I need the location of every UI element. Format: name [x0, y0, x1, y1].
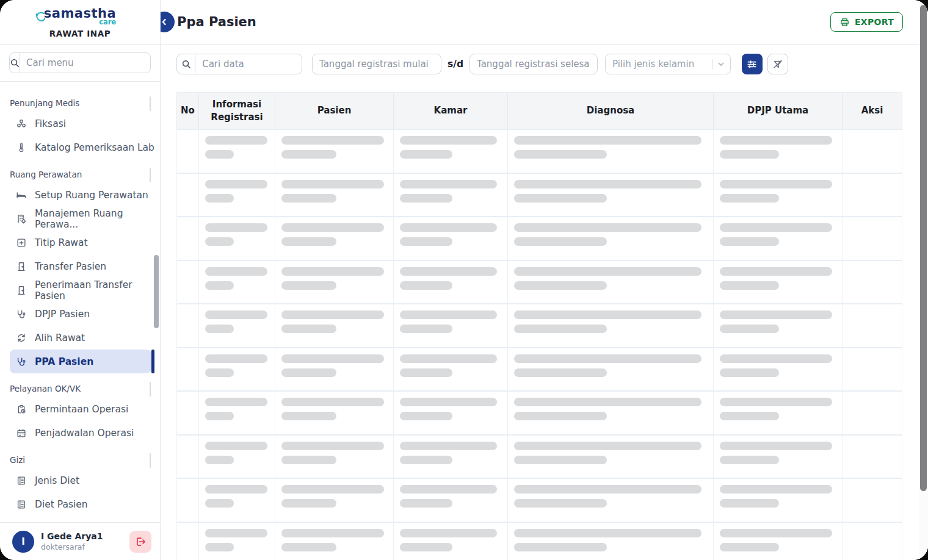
sliders-icon	[746, 59, 758, 70]
date-range-separator: s/d	[448, 59, 463, 70]
skeleton-bar	[514, 354, 701, 363]
page-scrollbar-thumb[interactable]	[920, 5, 927, 491]
skeleton-bar	[281, 529, 384, 537]
skeleton-cell-pasien	[275, 347, 394, 391]
skeleton-cell-pasien	[275, 216, 394, 260]
skeleton-bar	[720, 529, 832, 537]
main-content: Ppa Pasien EXPORT s/d	[161, 0, 928, 560]
export-button[interactable]: EXPORT	[830, 12, 903, 32]
page-header: Ppa Pasien EXPORT	[161, 0, 928, 45]
skeleton-bar	[720, 485, 832, 494]
column-header-informasi-registrasi: Informasi Registrasi	[199, 92, 275, 129]
skeleton-bar	[720, 223, 832, 232]
sidebar-section-pelayanan-ok-vk: Pelayanan OK/VK Permintaan OperasiPenjad…	[0, 381, 160, 445]
bed-icon	[16, 190, 27, 201]
sidebar-item-manajemen-ruang-perawa[interactable]: Manajemen Ruang Perawa...	[0, 207, 160, 231]
sidebar-item-alih-rawat[interactable]: Alih Rawat	[0, 326, 160, 350]
calendar-icon	[16, 428, 27, 439]
skeleton-cell-informasi-registrasi	[199, 390, 275, 434]
skeleton-bar	[281, 499, 336, 508]
empty-cell-aksi	[843, 522, 902, 560]
sidebar-item-dpjp-pasien[interactable]: DPJP Pasien	[0, 302, 160, 326]
column-header-no: No	[176, 92, 199, 129]
skeleton-bar	[205, 485, 267, 494]
list-icon	[16, 499, 27, 510]
skeleton-bar	[400, 281, 452, 290]
skeleton-bar	[720, 412, 779, 420]
skeleton-bar	[281, 194, 336, 203]
apply-filter-button[interactable]	[742, 54, 763, 74]
empty-cell-no	[176, 522, 199, 560]
sidebar-item-label: Titip Rawat	[35, 237, 88, 248]
skeleton-bar	[720, 281, 779, 290]
skeleton-cell-informasi-registrasi	[199, 347, 275, 391]
sidebar-item-diet-pasien[interactable]: Diet Pasien	[0, 492, 160, 516]
sidebar-item-fiksasi[interactable]: Fiksasi	[0, 112, 160, 135]
skeleton-cell-diagnosa	[508, 478, 714, 522]
sidebar-item-jenis-diet[interactable]: Jenis Diet	[0, 468, 160, 492]
skeleton-cell-pasien	[275, 478, 394, 522]
menu-search-input[interactable]	[20, 57, 151, 68]
skeleton-bar	[281, 398, 384, 406]
skeleton-bar	[205, 281, 234, 290]
skeleton-bar	[205, 543, 234, 551]
sidebar-item-transfer-pasien[interactable]: Transfer Pasien	[0, 254, 160, 278]
sidebar-item-ppa-pasien[interactable]: PPA Pasien	[10, 350, 151, 373]
date-end-input[interactable]	[470, 59, 597, 70]
date-start-box[interactable]	[312, 54, 441, 74]
skeleton-bar	[720, 442, 832, 450]
data-search-box[interactable]	[176, 54, 302, 74]
skeleton-bar	[205, 325, 234, 333]
skeleton-bar	[205, 136, 267, 145]
module-name: RAWAT INAP	[0, 29, 160, 38]
list-icon	[16, 475, 27, 486]
sidebar-menu: Penunjang Medis FiksasiKatalog Pemeriksa…	[0, 82, 160, 522]
section-scroll-tick	[150, 453, 151, 468]
skeleton-bar	[514, 456, 607, 464]
logout-button[interactable]	[129, 531, 151, 553]
filter-bar: s/d Pilih jenis kelamin	[161, 45, 928, 74]
section-scroll-tick	[150, 382, 151, 397]
app-window: samastha care RAWAT INAP Penunjang Medis…	[0, 0, 928, 560]
chevron-left-icon	[161, 18, 169, 26]
filter-off-icon	[772, 59, 783, 70]
empty-cell-aksi	[843, 216, 902, 260]
menu-search-box[interactable]	[9, 52, 151, 73]
empty-cell-aksi	[843, 129, 902, 173]
page-scrollbar-track[interactable]	[919, 0, 928, 560]
empty-cell-aksi	[843, 390, 902, 434]
sidebar-item-titip-rawat[interactable]: Titip Rawat	[0, 231, 160, 254]
data-search-input[interactable]	[195, 59, 302, 70]
sidebar-item-katalog-pemeriksaan-lab[interactable]: Katalog Pemeriksaan Lab	[0, 135, 160, 159]
skeleton-bar	[400, 456, 452, 464]
skeleton-bar	[281, 354, 384, 363]
sidebar-item-label: Jenis Diet	[35, 475, 79, 486]
printer-icon	[839, 17, 850, 27]
skeleton-bar	[281, 223, 384, 232]
empty-cell-aksi	[843, 434, 902, 478]
sidebar-item-penjadwalan-operasi[interactable]: Penjadwalan Operasi	[0, 421, 160, 445]
door-icon	[16, 285, 27, 296]
skeleton-bar	[205, 311, 267, 319]
gender-select[interactable]: Pilih jenis kelamin	[605, 54, 731, 74]
sidebar-item-penerimaan-transfer-pasien[interactable]: Penerimaan Transfer Pasien	[0, 278, 160, 302]
sidebar-item-intervensi-monev-gizi[interactable]: Intervensi Monev Gizi	[0, 516, 160, 522]
sidebar-item-setup-ruang-perawatan[interactable]: Setup Ruang Perawatan	[0, 183, 160, 207]
empty-cell-no	[176, 173, 199, 217]
skeleton-cell-diagnosa	[508, 347, 714, 391]
empty-cell-aksi	[843, 478, 902, 522]
back-button[interactable]	[161, 12, 175, 32]
select-divider	[712, 59, 712, 70]
clear-filter-button[interactable]	[767, 54, 788, 74]
skeleton-cell-pasien	[275, 390, 394, 434]
date-end-box[interactable]	[469, 54, 598, 74]
column-header-kamar: Kamar	[394, 92, 508, 129]
skeleton-bar	[281, 136, 384, 145]
date-start-input[interactable]	[313, 59, 441, 70]
empty-cell-no	[176, 303, 199, 347]
empty-cell-no	[176, 216, 199, 260]
skeleton-cell-kamar	[394, 478, 508, 522]
skeleton-cell-kamar	[394, 260, 508, 304]
skeleton-bar	[514, 325, 607, 333]
sidebar-item-permintaan-operasi[interactable]: Permintaan Operasi	[0, 397, 160, 421]
